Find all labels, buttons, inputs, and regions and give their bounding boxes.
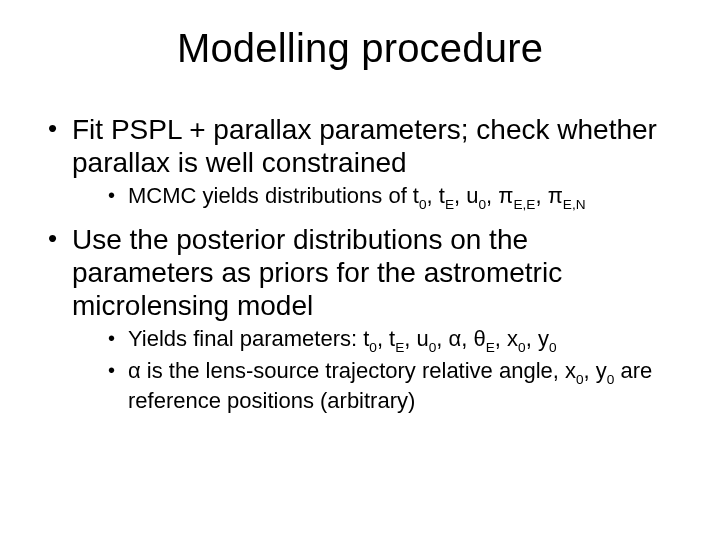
slide: Modelling procedure Fit PSPL + parallax …	[0, 0, 720, 540]
bullet-2-2: α is the lens-source trajectory relative…	[72, 358, 676, 415]
bullet-1-text: Fit PSPL + parallax parameters; check wh…	[72, 114, 657, 178]
sep-piee: , π	[486, 183, 513, 208]
sep-te-b: , t	[377, 326, 395, 351]
bullet-1-sublist: MCMC yields distributions of t0, tE, u0,…	[72, 183, 676, 213]
sub-t0: 0	[419, 197, 427, 212]
bullet-2-1-prefix: Yields final parameters: t	[128, 326, 369, 351]
sep-y0: , y	[526, 326, 549, 351]
bullet-2-sublist: Yields final parameters: t0, tE, u0, α, …	[72, 326, 676, 415]
sub-te: E	[445, 197, 454, 212]
sub-y0: 0	[549, 340, 557, 355]
bullet-1-1: MCMC yields distributions of t0, tE, u0,…	[72, 183, 676, 213]
bullet-2: Use the posterior distributions on the p…	[44, 223, 676, 415]
bullet-2-2-prefix: α is the lens-source trajectory relative…	[128, 358, 576, 383]
sub-pien: E,N	[563, 197, 586, 212]
sep-y0-c: , y	[584, 358, 607, 383]
bullet-list: Fit PSPL + parallax parameters; check wh…	[44, 113, 676, 415]
sep-x0: , x	[495, 326, 518, 351]
sep-alpha: , α, θ	[436, 326, 485, 351]
sep-te: , t	[427, 183, 445, 208]
bullet-2-text: Use the posterior distributions on the p…	[72, 224, 562, 321]
sub-te-b: E	[395, 340, 404, 355]
sep-pien: , π	[535, 183, 562, 208]
sub-t0-b: 0	[369, 340, 377, 355]
sub-u0-b: 0	[429, 340, 437, 355]
sub-u0: 0	[478, 197, 486, 212]
sub-x0: 0	[518, 340, 526, 355]
sub-y0-c: 0	[607, 372, 615, 387]
sep-u0-b: , u	[404, 326, 428, 351]
bullet-1: Fit PSPL + parallax parameters; check wh…	[44, 113, 676, 213]
sub-x0-c: 0	[576, 372, 584, 387]
bullet-1-1-prefix: MCMC yields distributions of t	[128, 183, 419, 208]
sub-piee: E,E	[513, 197, 535, 212]
sep-u0: , u	[454, 183, 478, 208]
bullet-2-1: Yields final parameters: t0, tE, u0, α, …	[72, 326, 676, 356]
sub-thetae: E	[486, 340, 495, 355]
slide-title: Modelling procedure	[44, 26, 676, 71]
